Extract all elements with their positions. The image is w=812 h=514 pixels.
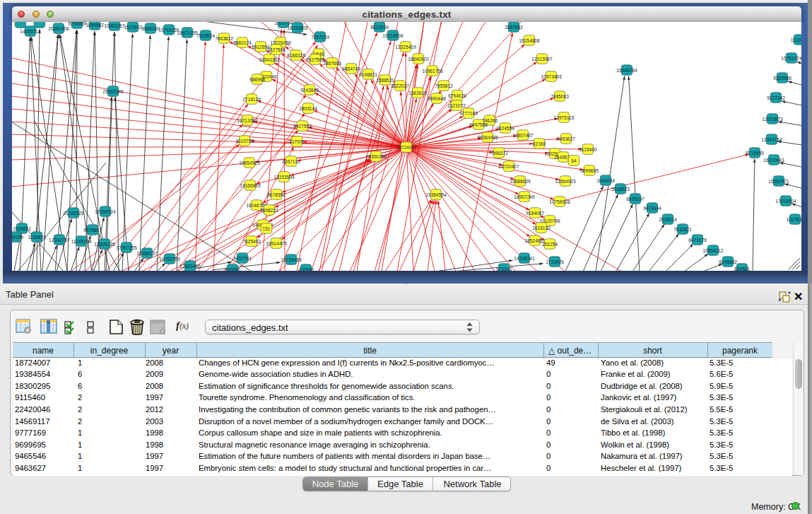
svg-text:12153594: 12153594 [273,175,295,180]
svg-text:17957255: 17957255 [116,245,137,250]
svg-text:7857224: 7857224 [311,35,329,40]
svg-text:10756928: 10756928 [549,199,570,204]
svg-text:62160: 62160 [533,141,546,146]
svg-text:16648784: 16648784 [616,68,637,73]
svg-text:18724007: 18724007 [396,145,417,150]
svg-text:7663822: 7663822 [215,36,233,41]
svg-text:7515524: 7515524 [196,33,215,38]
svg-text:8471676: 8471676 [688,238,707,243]
svg-text:8322037: 8322037 [391,83,409,88]
svg-text:10807487: 10807487 [512,133,534,138]
svg-text:1588520: 1588520 [376,78,394,83]
svg-text:10973493: 10973493 [541,74,562,79]
svg-text:12505135: 12505135 [94,242,115,247]
svg-text:16671355: 16671355 [177,30,198,35]
svg-text:9327506: 9327506 [267,47,286,52]
svg-text:20364436: 20364436 [477,135,498,140]
svg-text:8966160: 8966160 [141,26,160,31]
svg-text:29053346: 29053346 [102,89,124,94]
svg-text:1527602: 1527602 [124,25,142,30]
svg-text:9474444: 9474444 [643,206,661,211]
svg-text:12654923: 12654923 [555,179,576,184]
svg-text:8813054: 8813054 [370,25,389,30]
svg-text:18300295: 18300295 [365,154,387,159]
svg-text:8267110: 8267110 [282,159,300,164]
svg-text:10961758: 10961758 [422,69,443,74]
svg-text:8698222: 8698222 [260,208,278,213]
svg-text:13325419: 13325419 [395,45,416,49]
svg-text:5938923: 5938923 [611,187,630,192]
svg-text:252254: 252254 [542,242,558,247]
svg-text:9899695: 9899695 [580,168,599,173]
svg-text:1621072: 1621072 [447,103,466,108]
svg-text:12923486: 12923486 [180,264,201,269]
svg-text:10654112: 10654112 [703,248,724,253]
svg-text:917006: 917006 [289,139,305,144]
svg-text:9329966: 9329966 [773,76,792,81]
svg-text:12444154: 12444154 [761,137,782,142]
svg-text:19654925: 19654925 [239,160,260,165]
svg-text:1362615: 1362615 [408,90,427,95]
svg-text:12975115: 12975115 [554,115,575,120]
svg-text:8678352: 8678352 [267,192,286,197]
svg-text:12093873: 12093873 [762,117,783,122]
svg-text:20206526: 20206526 [63,211,84,216]
svg-text:151: 151 [262,226,270,231]
svg-text:15720407: 15720407 [498,164,519,169]
svg-text:10688609: 10688609 [510,179,531,184]
svg-text:1089582: 1089582 [86,23,104,28]
svg-text:6879197: 6879197 [626,197,645,201]
svg-text:8660124: 8660124 [233,40,252,45]
svg-text:17359924: 17359924 [95,209,116,214]
svg-text:9975867: 9975867 [83,228,102,233]
svg-text:7955812: 7955812 [435,83,453,88]
svg-text:9115460: 9115460 [579,147,597,152]
svg-text:19166829: 19166829 [240,183,261,188]
svg-text:9327508: 9327508 [306,57,324,62]
svg-text:6794028: 6794028 [448,93,466,98]
svg-text:939159: 939159 [12,235,23,240]
svg-text:2803144: 2803144 [299,106,317,111]
svg-text:16033809: 16033809 [287,25,308,30]
svg-text:9184067: 9184067 [526,211,544,216]
svg-text:7485063: 7485063 [551,94,569,99]
svg-text:2935114: 2935114 [659,217,677,222]
svg-text:9794069: 9794069 [68,22,86,26]
svg-text:16210643: 16210643 [763,158,784,163]
svg-text:8454749: 8454749 [342,66,360,71]
svg-text:6497568: 6497568 [469,122,488,127]
svg-text:16914479: 16914479 [266,241,287,246]
svg-text:9146821: 9146821 [359,72,377,77]
svg-text:9227342: 9227342 [767,95,785,100]
svg-text:9463627: 9463627 [557,136,575,141]
svg-text:15751074: 15751074 [781,56,801,61]
svg-text:3824554: 3824554 [496,126,514,131]
svg-text:8427552: 8427552 [293,124,312,129]
svg-text:2687682: 2687682 [505,25,523,30]
svg-text:7625402: 7625402 [242,239,261,244]
svg-text:988968: 988968 [249,77,265,82]
svg-text:9777169: 9777169 [459,111,478,116]
svg-text:1112074: 1112074 [791,37,801,42]
svg-text:14136141: 14136141 [514,256,535,261]
svg-text:8215955: 8215955 [746,151,764,156]
svg-text:15692971: 15692971 [768,179,789,184]
svg-text:16543362: 16543362 [259,57,280,62]
svg-text:9242848: 9242848 [300,88,319,93]
svg-text:17016504: 17016504 [775,199,796,204]
svg-text:16782759: 16782759 [159,257,180,262]
svg-text:19218506: 19218506 [382,33,404,38]
svg-text:12213382: 12213382 [237,118,258,123]
svg-text:12213967: 12213967 [531,57,553,62]
svg-text:18640910: 18640910 [408,57,429,62]
svg-text:2718126: 2718126 [242,97,261,102]
svg-text:9245652: 9245652 [719,259,737,264]
svg-text:11145194: 11145194 [71,239,92,244]
svg-text:16154808: 16154808 [519,38,540,43]
svg-text:8990448: 8990448 [428,96,446,101]
svg-text:9457791: 9457791 [233,256,252,261]
svg-text:20391406: 20391406 [48,26,69,31]
svg-text:64: 64 [571,158,577,163]
svg-text:1167533: 1167533 [786,217,801,222]
svg-text:15716485: 15716485 [281,257,302,262]
